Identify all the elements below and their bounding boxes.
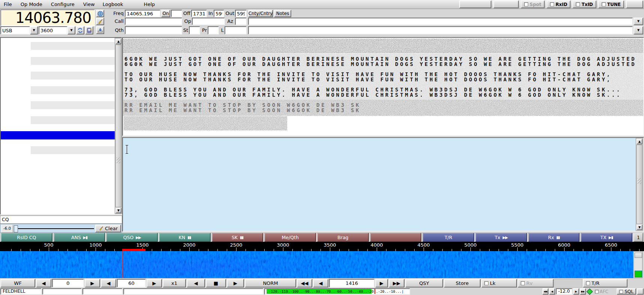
macro-button-rx[interactable]: Rx▮▮: [528, 233, 580, 242]
txid-toggle[interactable]: TxID: [572, 0, 596, 8]
browser-row[interactable]: [31, 72, 115, 79]
country-combo-input[interactable]: [248, 18, 633, 25]
time-off-input[interactable]: [191, 10, 207, 17]
control-button--[interactable]: ▶▶: [389, 279, 404, 288]
control-button--[interactable]: ▶: [85, 279, 100, 288]
control-button-x1[interactable]: x1: [163, 279, 186, 288]
control-button--[interactable]: ■: [206, 279, 226, 288]
menu-help[interactable]: Help: [141, 0, 159, 9]
afc-toggle[interactable]: AFC: [593, 288, 610, 295]
bandwidth-dropdown-button[interactable]: ▼: [67, 26, 75, 34]
control-button-store[interactable]: Store: [444, 279, 481, 288]
county-country-button[interactable]: Cnty/Cntry: [248, 10, 273, 17]
menu-view[interactable]: View: [80, 0, 98, 9]
country-combo-dropdown-button[interactable]: ▼: [634, 18, 643, 25]
freq-step-back-fast-button[interactable]: ◀◀: [542, 288, 548, 295]
freq-step-fwd-fast-button[interactable]: ▶▶: [580, 288, 586, 295]
province-input[interactable]: [208, 26, 219, 34]
logbook-button[interactable]: [85, 26, 93, 34]
sql-toggle[interactable]: SQL: [617, 288, 636, 295]
macro-button-rsid-cq[interactable]: RsID CQ: [1, 233, 52, 242]
macro-button-sk[interactable]: SK▮▮: [212, 233, 264, 242]
side-slider-thumb[interactable]: [635, 253, 642, 258]
control-field-0[interactable]: 0: [52, 279, 84, 288]
clear-rx-button[interactable]: Clear: [95, 225, 121, 232]
notes-button[interactable]: Notes: [274, 10, 291, 17]
scroll-up-icon[interactable]: ▲: [637, 139, 643, 144]
macro-preview-line[interactable]: CQ: [0, 216, 122, 224]
macro-button-qso[interactable]: QSO▶▶: [106, 233, 158, 242]
browser-scrollbar[interactable]: ▲ ▼: [115, 38, 122, 214]
tune-toggle[interactable]: TUNE: [598, 0, 624, 8]
clear-log-fields-button[interactable]: [96, 18, 104, 25]
macro-button-brag[interactable]: Brag: [317, 233, 369, 242]
control-button--[interactable]: ◀: [313, 279, 328, 288]
control-button--[interactable]: ◀: [187, 279, 205, 288]
control-toggle-t-r[interactable]: T/R: [583, 279, 628, 288]
notes-combo-dropdown-button[interactable]: ▼: [634, 26, 643, 34]
control-button--[interactable]: ◀: [36, 279, 51, 288]
macro-button-me-qth[interactable]: Me/Qth: [264, 233, 316, 242]
browser-row[interactable]: [31, 86, 115, 94]
control-button--[interactable]: ▶: [375, 279, 388, 288]
vfo-frequency-display[interactable]: 14063.780: [0, 9, 95, 26]
bandwidth-combo[interactable]: [39, 26, 67, 34]
control-button-wf[interactable]: WF: [0, 279, 35, 288]
macro-button-tx[interactable]: TX▶▮: [581, 233, 632, 242]
frequency-offset-value[interactable]: -12.0: [556, 288, 572, 295]
menu-op-mode[interactable]: Op Mode: [17, 0, 46, 9]
control-field-60[interactable]: 60: [117, 279, 146, 288]
scroll-down-icon[interactable]: ▼: [637, 225, 643, 230]
mode-status[interactable]: FELDHELL: [0, 288, 42, 295]
sync-rig-button[interactable]: [76, 26, 84, 34]
state-input[interactable]: [189, 26, 200, 34]
scroll-up-icon[interactable]: ▲: [115, 39, 121, 44]
browser-row[interactable]: [31, 57, 115, 65]
browser-row[interactable]: [31, 42, 115, 50]
control-toggle-lk[interactable]: Lk: [481, 279, 517, 288]
tx-scrollbar-thumb[interactable]: [637, 145, 643, 224]
control-button-norm[interactable]: NORM: [245, 279, 296, 288]
waterfall-side-slider[interactable]: [634, 251, 643, 278]
menu-file[interactable]: File: [0, 0, 15, 9]
browser-row[interactable]: [31, 116, 115, 124]
macro-button-kn[interactable]: KN▮▮: [159, 233, 211, 242]
control-field-1416[interactable]: 1416: [329, 279, 374, 288]
rst-out-input[interactable]: [235, 10, 247, 17]
az-input[interactable]: [235, 18, 247, 25]
scroll-down-icon[interactable]: ▼: [115, 208, 121, 213]
tx-scrollbar[interactable]: ▲ ▼: [636, 138, 643, 231]
macro-button-ans[interactable]: ANS▶▮: [54, 233, 105, 242]
log-freq-input[interactable]: [125, 10, 160, 17]
squelch-slider-handle[interactable]: [14, 225, 18, 232]
rig-mode-combo[interactable]: [0, 26, 30, 34]
freq-step-fwd-button[interactable]: ▶: [573, 288, 579, 295]
rxid-toggle[interactable]: RxID: [547, 0, 571, 8]
rst-in-input[interactable]: [214, 10, 224, 17]
macro-button-blank[interactable]: [370, 233, 422, 242]
waterfall-display[interactable]: [0, 251, 633, 278]
menu-configure[interactable]: Configure: [48, 0, 78, 9]
time-on-input[interactable]: [171, 10, 182, 17]
signal-browser-panel[interactable]: ▲ ▼: [0, 37, 122, 215]
call-input[interactable]: [125, 18, 182, 25]
qth-input[interactable]: [125, 26, 182, 34]
browser-row[interactable]: [31, 146, 115, 154]
tx-edit-pane[interactable]: ▲ ▼: [122, 137, 644, 232]
control-button--[interactable]: ◀: [101, 279, 116, 288]
locator-input[interactable]: [225, 26, 247, 34]
control-button--[interactable]: ▶: [227, 279, 244, 288]
notes-combo-input[interactable]: [248, 26, 633, 34]
macro-button-t-r[interactable]: T/R: [422, 233, 474, 242]
control-button--[interactable]: ◀◀: [297, 279, 312, 288]
squelch-slider-track[interactable]: [15, 228, 94, 229]
save-qso-button[interactable]: [96, 26, 104, 34]
browser-row-selected[interactable]: [1, 131, 115, 139]
control-button-qsy[interactable]: QSY: [405, 279, 443, 288]
time-on-button[interactable]: On: [161, 10, 170, 17]
freq-step-back-button[interactable]: ◀: [549, 288, 555, 295]
menu-logbook[interactable]: Logbook: [99, 0, 127, 9]
browser-scrollbar-thumb[interactable]: [115, 45, 121, 207]
rig-mode-dropdown-button[interactable]: ▼: [30, 26, 38, 34]
qrz-lookup-button[interactable]: [96, 10, 104, 17]
